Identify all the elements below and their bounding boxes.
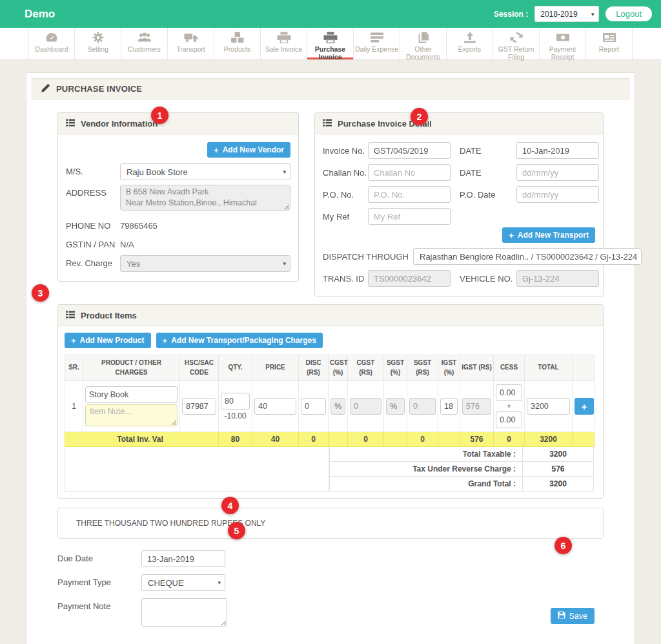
gstin-value: N/A bbox=[120, 236, 134, 253]
total-cgst-pct bbox=[329, 432, 348, 447]
due-date-label: Due Date bbox=[57, 550, 141, 567]
cgst-rs-input bbox=[350, 398, 381, 415]
page-header: PURCHASE INVOICE bbox=[32, 78, 629, 99]
col-total: TOTAL bbox=[525, 355, 573, 381]
tab-dashboard[interactable]: Dashboard bbox=[28, 28, 75, 59]
qty-input[interactable] bbox=[221, 393, 250, 410]
documents-icon bbox=[416, 32, 431, 43]
chevron-down-icon: ▾ bbox=[283, 260, 286, 267]
add-row-button[interactable]: + bbox=[575, 398, 594, 415]
grand-total-label: Grand Total : bbox=[330, 477, 522, 491]
total-amount: 3200 bbox=[525, 432, 573, 447]
tab-exports[interactable]: Exports bbox=[447, 28, 493, 59]
tab-daily-expense[interactable]: Daily Expense bbox=[354, 28, 400, 59]
content-area: PURCHASE INVOICE Vendor Information + Ad… bbox=[0, 60, 661, 644]
list-icon bbox=[323, 118, 332, 129]
summary-row-grand-total: Grand Total : 3200 bbox=[329, 477, 594, 492]
chevron-down-icon: ▼ bbox=[590, 11, 595, 17]
users-icon bbox=[137, 32, 152, 43]
tab-sale-invoice[interactable]: Sale Invoice bbox=[261, 28, 307, 59]
tab-payment-receipt[interactable]: Payment Receipt bbox=[540, 28, 586, 59]
add-new-vendor-button[interactable]: + Add New Vendor bbox=[207, 142, 290, 158]
tab-setting[interactable]: Setting bbox=[75, 28, 121, 59]
save-button[interactable]: Save bbox=[551, 608, 595, 624]
po-date-input[interactable] bbox=[516, 186, 599, 203]
add-new-vendor-label: Add New Vendor bbox=[223, 145, 284, 154]
due-date-input[interactable] bbox=[141, 550, 225, 567]
logout-button[interactable]: Logout bbox=[605, 6, 652, 21]
plus-icon: + bbox=[214, 146, 219, 154]
rev-charge-value: Yes bbox=[127, 259, 140, 269]
list-icon bbox=[66, 118, 75, 129]
list-icon bbox=[66, 309, 75, 321]
date-label: DATE bbox=[460, 146, 516, 156]
page-title: PURCHASE INVOICE bbox=[56, 84, 142, 94]
dispatch-through-select[interactable]: Rajasthan Benglore Roadlin.. / TS0000023… bbox=[413, 248, 642, 265]
challan-no-input[interactable] bbox=[368, 164, 451, 181]
rev-charge-select[interactable]: Yes ▾ bbox=[120, 255, 290, 272]
printer-icon bbox=[323, 32, 338, 43]
plus-icon: + bbox=[71, 337, 76, 345]
tab-customers[interactable]: Customers bbox=[121, 28, 168, 59]
cess-bottom-input[interactable] bbox=[496, 411, 522, 428]
save-icon bbox=[558, 611, 565, 621]
col-price: PRICE bbox=[252, 355, 299, 381]
total-price: 40 bbox=[252, 432, 299, 447]
col-cgst-pct: CGST (%) bbox=[329, 355, 348, 381]
cess-plus-sign: + bbox=[496, 402, 522, 411]
total-taxable-label: Total Taxable : bbox=[330, 447, 522, 461]
disc-input[interactable] bbox=[301, 398, 326, 415]
product-name-input[interactable] bbox=[85, 386, 178, 403]
product-items-panel: Product Items + Add New Product + Add Ne… bbox=[57, 304, 604, 499]
my-ref-input[interactable] bbox=[368, 208, 451, 225]
session-select[interactable]: 2018-2019 ▼ bbox=[534, 6, 599, 22]
cess-top-input[interactable] bbox=[496, 384, 522, 401]
row-total-input[interactable] bbox=[527, 398, 570, 415]
summary-row-total-taxable: Total Taxable : 3200 bbox=[329, 447, 594, 462]
topbar: Demo Session : 2018-2019 ▼ Logout bbox=[0, 0, 661, 28]
vendor-select[interactable]: Raju Book Store ▾ bbox=[120, 163, 290, 180]
vendor-select-value: Raju Book Store bbox=[127, 167, 188, 177]
po-no-input[interactable] bbox=[368, 186, 451, 203]
tab-transport[interactable]: Transport bbox=[168, 28, 214, 59]
add-transport-packaging-charges-button[interactable]: + Add New Transport/Packaging Charges bbox=[156, 333, 323, 348]
add-new-product-button[interactable]: + Add New Product bbox=[65, 333, 151, 348]
summary-row-reverse-charge: Tax Under Reverse Charge : 576 bbox=[329, 462, 594, 477]
sgst-rs-input bbox=[409, 398, 436, 415]
address-textarea[interactable]: B 658 New Avadh Park Near Metro Station,… bbox=[120, 185, 290, 211]
date-label: DATE bbox=[460, 168, 516, 178]
col-igst-pct: IGST (%) bbox=[438, 355, 460, 381]
tab-label: Products bbox=[224, 45, 250, 53]
tab-report[interactable]: Report bbox=[586, 28, 633, 59]
igst-pct-input[interactable] bbox=[440, 398, 458, 415]
add-new-transport-button[interactable]: + Add New Transport bbox=[502, 227, 595, 243]
tab-other-documents[interactable]: Other Documents bbox=[400, 28, 447, 59]
grand-total-value: 3200 bbox=[522, 477, 593, 491]
invoice-date-input[interactable] bbox=[516, 142, 599, 159]
step-badge-6: 6 bbox=[554, 537, 572, 554]
vehicle-no-input bbox=[516, 270, 599, 287]
invoice-no-input[interactable] bbox=[368, 142, 451, 159]
step-badge-2: 2 bbox=[411, 108, 428, 125]
add-new-product-label: Add New Product bbox=[80, 336, 145, 345]
tab-products[interactable]: Products bbox=[214, 28, 261, 59]
tab-label: Exports bbox=[458, 45, 482, 53]
challan-date-input[interactable] bbox=[516, 164, 599, 181]
item-note-textarea[interactable] bbox=[85, 404, 178, 426]
cubes-icon bbox=[230, 32, 245, 43]
phone-label: PHONE NO bbox=[66, 218, 120, 234]
total-qty: 80 bbox=[219, 432, 252, 447]
newspaper-icon bbox=[602, 32, 616, 43]
hsc-code-input[interactable] bbox=[182, 398, 216, 415]
po-date-label: P.O. Date bbox=[460, 190, 516, 200]
payment-type-select[interactable]: CHEQUE ▾ bbox=[141, 574, 225, 591]
product-items-title: Product Items bbox=[81, 311, 137, 320]
price-input[interactable] bbox=[254, 398, 296, 415]
add-charges-label: Add New Transport/Packaging Charges bbox=[171, 336, 316, 345]
payment-note-textarea[interactable] bbox=[141, 598, 227, 627]
tab-gst-return-filing[interactable]: GST Return Filing bbox=[493, 28, 540, 59]
tab-purchase-invoice[interactable]: Purchase Invoice bbox=[307, 28, 354, 59]
col-product: PRODUCT / OTHER CHARGES bbox=[83, 355, 180, 381]
col-sgst-rs: SGST (RS) bbox=[407, 355, 438, 381]
trans-id-label: TRANS. ID bbox=[323, 274, 368, 284]
